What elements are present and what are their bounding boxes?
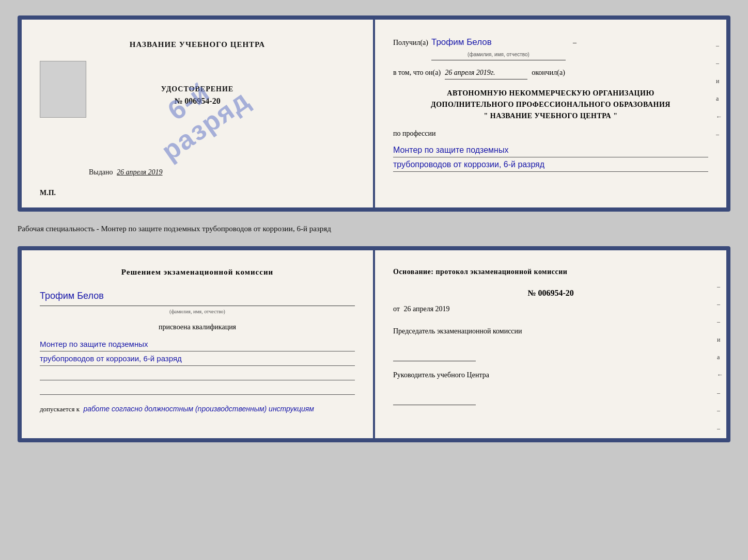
from-date-block: от 26 апреля 2019 bbox=[393, 303, 708, 315]
blank-line-1 bbox=[40, 368, 355, 380]
basis-title: Основание: протокол экзаменационной коми… bbox=[393, 266, 708, 278]
bottom-document: Решением экзаменационной комиссии Трофим… bbox=[18, 246, 730, 442]
profession-label: по профессии bbox=[393, 127, 708, 140]
bottom-doc-left: Решением экзаменационной комиссии Трофим… bbox=[22, 250, 373, 438]
chairman-title: Председатель экзаменационной комиссии bbox=[393, 326, 708, 337]
blank-line-2 bbox=[40, 382, 355, 395]
bottom-doc-right: Основание: протокол экзаменационной коми… bbox=[375, 250, 726, 438]
right-side-marks-bottom: – – – и а ← – – – bbox=[717, 281, 723, 434]
cert-number: № 006954-20 bbox=[174, 97, 220, 106]
allowed-block: допускается к работе согласно должностны… bbox=[40, 403, 355, 415]
profession-value-line1: Монтер по защите подземных bbox=[393, 143, 708, 157]
school-title-top: НАЗВАНИЕ УЧЕБНОГО ЦЕНТРА bbox=[130, 40, 265, 49]
date-suffix: окончил(а) bbox=[532, 67, 565, 79]
from-prefix: от bbox=[393, 305, 400, 313]
bottom-person-sublabel: (фамилия, имя, отчество) bbox=[40, 307, 355, 316]
recipient-line: Получил(а) Трофим Белов (фамилия, имя, о… bbox=[393, 35, 708, 60]
date-line: в том, что он(а) 26 апреля 2019г. окончи… bbox=[393, 67, 708, 79]
org-name: " НАЗВАНИЕ УЧЕБНОГО ЦЕНТРА " bbox=[393, 110, 708, 122]
director-sig-line bbox=[393, 396, 476, 405]
allowed-prefix: допускается к bbox=[40, 405, 80, 413]
middle-specialty-text: Рабочая специальность - Монтер по защите… bbox=[18, 221, 730, 237]
profession-value-line2: трубопроводов от коррозии, 6-й разряд bbox=[393, 157, 708, 172]
chairman-block: Председатель экзаменационной комиссии bbox=[393, 326, 708, 361]
date-value: 26 апреля 2019г. bbox=[445, 67, 527, 79]
issued-date-block: Выдано 26 апреля 2019 bbox=[89, 168, 163, 177]
cert-block: УДОСТОВЕРЕНИЕ № 006954-20 bbox=[161, 85, 233, 106]
bottom-person-name: Трофим Белов bbox=[40, 288, 355, 306]
protocol-number: № 006954-20 bbox=[393, 286, 708, 300]
assigned-label: присвоена квалификация bbox=[40, 321, 355, 333]
recipient-prefix: Получил(а) bbox=[393, 37, 428, 49]
bottom-person-block: Трофим Белов (фамилия, имя, отчество) bbox=[40, 288, 355, 316]
top-doc-right: Получил(а) Трофим Белов (фамилия, имя, о… bbox=[375, 20, 726, 207]
chairman-sig-line bbox=[393, 352, 476, 361]
from-date-value: 26 апреля 2019 bbox=[403, 305, 449, 313]
issued-prefix: Выдано bbox=[89, 168, 113, 176]
mp-label: М.П. bbox=[40, 189, 56, 197]
director-block: Руководитель учебного Центра bbox=[393, 370, 708, 405]
issued-date-value: 26 апреля 2019 bbox=[117, 168, 162, 176]
commission-title: Решением экзаменационной комиссии bbox=[40, 266, 355, 279]
recipient-name: Трофим Белов (фамилия, имя, отчество) bbox=[431, 35, 566, 60]
recipient-sublabel: (фамилия, имя, отчество) bbox=[431, 50, 566, 59]
org-line1: АВТОНОМНУЮ НЕКОММЕРЧЕСКУЮ ОРГАНИЗАЦИЮ bbox=[393, 88, 708, 99]
diagonal-stamp: 6-й разряд bbox=[139, 61, 255, 167]
qualification-line1: Монтер по защите подземных bbox=[40, 337, 355, 351]
right-side-marks-top: – – и а ← – bbox=[716, 40, 722, 139]
allowed-italic: работе согласно должностным (производств… bbox=[83, 405, 314, 413]
qualification-line2: трубопроводов от коррозии, 6-й разряд bbox=[40, 351, 355, 366]
org-line2: ДОПОЛНИТЕЛЬНОГО ПРОФЕССИОНАЛЬНОГО ОБРАЗО… bbox=[393, 99, 708, 110]
top-doc-left: НАЗВАНИЕ УЧЕБНОГО ЦЕНТРА УДОСТОВЕРЕНИЕ №… bbox=[22, 20, 373, 207]
date-prefix: в том, что он(а) bbox=[393, 67, 441, 79]
director-title: Руководитель учебного Центра bbox=[393, 370, 708, 380]
org-block: АВТОНОМНУЮ НЕКОММЕРЧЕСКУЮ ОРГАНИЗАЦИЮ ДО… bbox=[393, 88, 708, 122]
cert-label: УДОСТОВЕРЕНИЕ bbox=[161, 85, 233, 93]
photo-placeholder bbox=[40, 61, 86, 118]
top-document: НАЗВАНИЕ УЧЕБНОГО ЦЕНТРА УДОСТОВЕРЕНИЕ №… bbox=[18, 15, 730, 212]
